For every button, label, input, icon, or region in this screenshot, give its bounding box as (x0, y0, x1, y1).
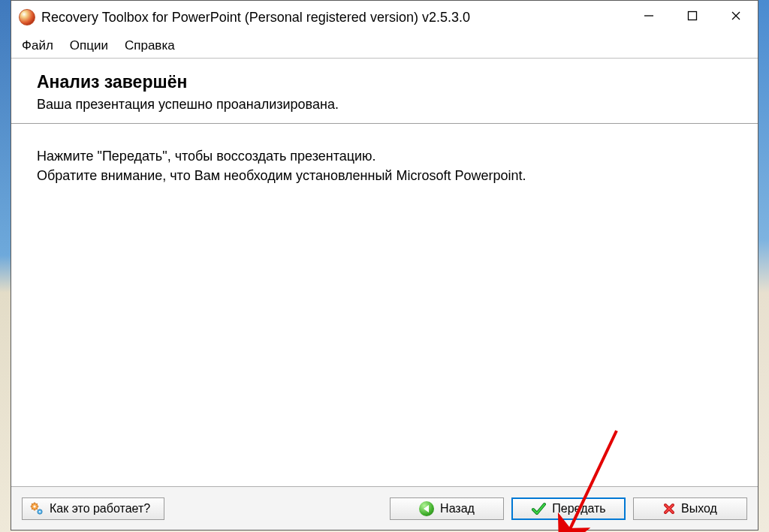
svg-line-12 (32, 508, 32, 509)
arrow-left-icon (419, 501, 434, 516)
menu-file[interactable]: Файл (17, 35, 64, 56)
svg-line-13 (37, 503, 38, 504)
svg-point-15 (39, 510, 41, 512)
page-title: Анализ завершён (37, 72, 732, 92)
body-text: Нажмите "Передать", чтобы воссоздать пре… (11, 124, 758, 486)
close-button[interactable] (714, 1, 758, 31)
svg-line-11 (37, 508, 38, 509)
maximize-button[interactable] (671, 1, 714, 31)
app-icon (19, 9, 35, 26)
window-title: Recovery Toolbox for PowerPoint (Persona… (41, 10, 470, 26)
menu-help[interactable]: Справка (125, 35, 185, 56)
body-line-2: Обратите внимание, что Вам необходим уст… (37, 166, 732, 185)
minimize-button[interactable] (627, 1, 671, 31)
app-window: Recovery Toolbox for PowerPoint (Persona… (11, 0, 758, 530)
footer-bar: Как это работает? Назад Передать (11, 486, 758, 530)
back-button[interactable]: Назад (390, 497, 504, 520)
menubar: Файл Опции Справка (11, 34, 758, 58)
window-controls (627, 1, 758, 34)
desktop-background-strip (0, 0, 11, 532)
how-it-works-button[interactable]: Как это работает? (22, 497, 164, 520)
svg-line-10 (32, 503, 32, 504)
gear-icon (30, 502, 44, 515)
exit-button[interactable]: Выход (633, 497, 747, 520)
exit-label: Выход (681, 502, 717, 515)
titlebar: Recovery Toolbox for PowerPoint (Persona… (11, 1, 758, 34)
transmit-button[interactable]: Передать (511, 497, 626, 520)
content: Анализ завершён Ваша презентация успешно… (11, 58, 758, 530)
body-line-1: Нажмите "Передать", чтобы воссоздать пре… (37, 146, 732, 166)
svg-point-5 (33, 505, 35, 507)
page-subtitle: Ваша презентация успешно проанализирован… (37, 97, 732, 113)
back-label: Назад (440, 502, 475, 515)
svg-rect-1 (689, 12, 697, 20)
page-header: Анализ завершён Ваша презентация успешно… (11, 59, 758, 123)
how-it-works-label: Как это работает? (50, 502, 150, 515)
close-icon (663, 503, 675, 515)
transmit-label: Передать (552, 502, 605, 515)
check-icon (531, 501, 546, 516)
menu-options[interactable]: Опции (70, 35, 119, 56)
